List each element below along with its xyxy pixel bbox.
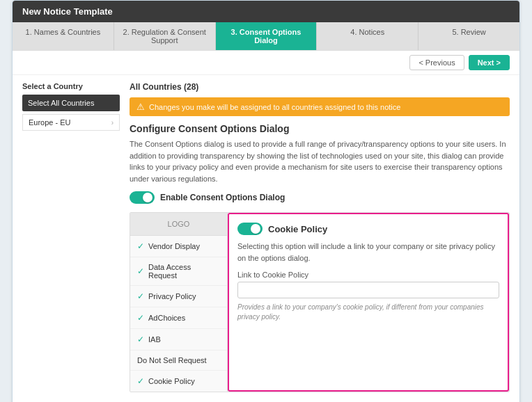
- field-hint: Provides a link to your company's cookie…: [237, 303, 499, 322]
- link-field-label: Link to Cookie Policy: [237, 271, 499, 279]
- warning-banner: ⚠ Changes you make will be assigned to a…: [130, 97, 510, 116]
- enable-toggle-label: Enable Consent Options Dialog: [160, 193, 285, 202]
- sidebar-title: Select a Country: [22, 82, 120, 90]
- detail-toggle-row: Cookie Policy: [237, 223, 499, 235]
- content-area: Select a Country Select All Countries Eu…: [13, 75, 519, 399]
- main-container: New Notice Template 1. Names & Countries…: [12, 0, 520, 402]
- option-cookie-policy[interactable]: ✓ Cookie Policy: [130, 371, 227, 392]
- sidebar-item-europe-eu[interactable]: Europe - EU ›: [22, 114, 120, 131]
- options-list: LOGO ✓ Vendor Display ✓ Data Access Requ…: [130, 213, 228, 392]
- option-iab[interactable]: ✓ IAB: [130, 329, 227, 351]
- detail-desc: Selecting this option will include a lin…: [237, 241, 499, 264]
- main-content: All Countries (28) ⚠ Changes you make wi…: [130, 82, 510, 392]
- select-all-countries[interactable]: Select All Countries: [22, 95, 120, 111]
- check-icon: ✓: [137, 313, 144, 323]
- stepper: 1. Names & Countries 2. Regulation & Con…: [13, 22, 519, 51]
- check-icon: ✓: [137, 241, 144, 251]
- option-vendor-display[interactable]: ✓ Vendor Display: [130, 236, 227, 257]
- step-1[interactable]: 1. Names & Countries: [13, 22, 114, 50]
- link-cookie-policy-input[interactable]: [237, 282, 499, 298]
- all-countries-title: All Countries (28): [130, 82, 510, 92]
- check-icon: ✓: [137, 376, 144, 386]
- logo-item[interactable]: LOGO: [130, 213, 227, 236]
- step-4[interactable]: 4. Notices: [317, 22, 418, 50]
- enable-consent-toggle[interactable]: [130, 191, 155, 204]
- detail-panel: Cookie Policy Selecting this option will…: [228, 213, 509, 392]
- chevron-right-icon: ›: [111, 119, 114, 127]
- section-desc: The Consent Options dialog is used to pr…: [130, 138, 510, 184]
- check-icon: ✓: [137, 291, 144, 301]
- section-title: Configure Consent Options Dialog: [130, 123, 510, 134]
- next-button[interactable]: Next >: [469, 55, 510, 70]
- warning-text: Changes you make will be assigned to all…: [149, 103, 400, 111]
- check-icon: ✓: [137, 335, 144, 344]
- step-5[interactable]: 5. Review: [418, 22, 519, 50]
- cookie-policy-toggle[interactable]: [237, 223, 263, 235]
- check-icon: ✓: [137, 266, 144, 276]
- step-3[interactable]: 3. Consent Options Dialog: [216, 22, 318, 50]
- option-do-not-sell[interactable]: Do Not Sell Request: [130, 351, 227, 371]
- warning-icon: ⚠: [136, 102, 145, 112]
- options-table: LOGO ✓ Vendor Display ✓ Data Access Requ…: [130, 212, 510, 392]
- option-privacy-policy[interactable]: ✓ Privacy Policy: [130, 286, 227, 307]
- toolbar-row: < Previous Next >: [13, 51, 519, 75]
- page-header: New Notice Template: [13, 1, 519, 22]
- detail-title: Cookie Policy: [268, 224, 327, 234]
- step-2[interactable]: 2. Regulation & Consent Support: [114, 22, 216, 50]
- enable-toggle-row: Enable Consent Options Dialog: [130, 191, 510, 204]
- option-data-access-request[interactable]: ✓ Data Access Request: [130, 257, 227, 286]
- prev-button[interactable]: < Previous: [409, 55, 464, 70]
- option-adchoices[interactable]: ✓ AdChoices: [130, 307, 227, 329]
- page-title: New Notice Template: [22, 6, 113, 17]
- sidebar: Select a Country Select All Countries Eu…: [22, 82, 120, 392]
